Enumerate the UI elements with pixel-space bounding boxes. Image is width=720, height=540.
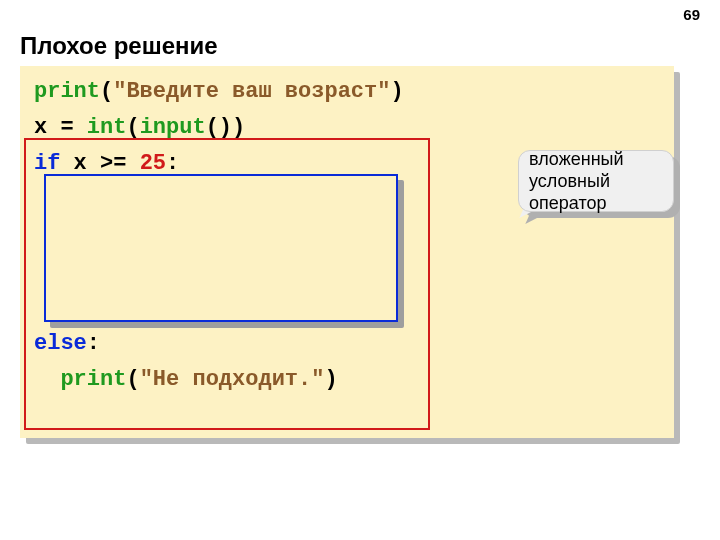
colon: : — [166, 151, 179, 176]
kw-else: else — [60, 259, 113, 284]
paren: ()) — [206, 115, 246, 140]
fn-print: print — [60, 367, 126, 392]
fn-print: print — [87, 223, 153, 248]
paren: ( — [153, 223, 166, 248]
var-assign: x = — [34, 115, 87, 140]
code-block: print("Введите ваш возраст") x = int(inp… — [20, 66, 674, 438]
paren: ) — [311, 223, 324, 248]
code-line: else: — [34, 326, 660, 362]
paren: ( — [100, 79, 113, 104]
indent — [34, 187, 60, 212]
page-title: Плохое решение — [20, 32, 218, 60]
fn-input: input — [140, 115, 206, 140]
page-number: 69 — [683, 6, 700, 23]
fn-int: int — [87, 115, 127, 140]
code-line: print("Не подходит.") — [34, 290, 660, 326]
kw-else: else — [34, 331, 87, 356]
colon: : — [192, 187, 205, 212]
fn-print: print — [87, 295, 153, 320]
indent — [34, 259, 60, 284]
expr: x <= — [87, 187, 166, 212]
number: 25 — [140, 151, 166, 176]
callout-text: вложенный условный оператор — [529, 148, 663, 214]
code-line: print("Подходит!") — [34, 218, 660, 254]
paren: ( — [126, 115, 139, 140]
string-literal: "Не подходит." — [140, 367, 325, 392]
indent — [34, 367, 60, 392]
string-literal: "Не подходит." — [166, 295, 351, 320]
code-line: print("Не подходит.") — [34, 362, 660, 398]
colon: : — [113, 259, 126, 284]
expr: x >= — [60, 151, 139, 176]
code-line: else: — [34, 254, 660, 290]
indent — [34, 295, 87, 320]
callout-annotation: вложенный условный оператор — [518, 150, 674, 212]
string-literal: "Введите ваш возраст" — [113, 79, 390, 104]
code-line: x = int(input()) — [34, 110, 660, 146]
paren: ) — [390, 79, 403, 104]
kw-if: if — [34, 151, 60, 176]
indent — [34, 223, 87, 248]
code-line: print("Введите ваш возраст") — [34, 74, 660, 110]
paren: ) — [351, 295, 364, 320]
fn-print: print — [34, 79, 100, 104]
kw-if: if — [60, 187, 86, 212]
paren: ( — [126, 367, 139, 392]
number: 40 — [166, 187, 192, 212]
paren: ( — [153, 295, 166, 320]
colon: : — [87, 331, 100, 356]
paren: ) — [324, 367, 337, 392]
string-literal: "Подходит!" — [166, 223, 311, 248]
